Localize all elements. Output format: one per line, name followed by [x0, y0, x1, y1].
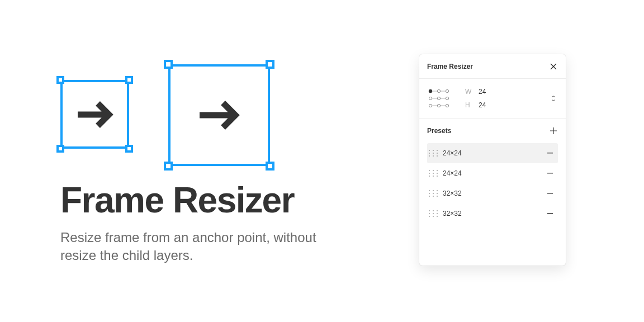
add-preset-button[interactable] — [549, 126, 558, 135]
arrow-right-icon — [74, 97, 116, 132]
panel-header: Frame Resizer — [419, 54, 566, 79]
selection-handle — [164, 60, 173, 69]
width-field[interactable]: W 24 — [465, 88, 486, 96]
svg-point-33 — [433, 190, 434, 191]
frame-illustration-large — [168, 64, 270, 166]
svg-point-24 — [437, 170, 438, 171]
anchor-point-selector[interactable] — [428, 89, 449, 108]
selection-handle — [266, 162, 274, 171]
svg-point-6 — [429, 97, 432, 100]
close-icon — [550, 63, 557, 70]
svg-point-26 — [433, 173, 434, 174]
preset-row[interactable]: 24×24 — [427, 143, 558, 163]
svg-point-47 — [437, 213, 438, 214]
svg-point-50 — [437, 216, 438, 217]
svg-point-4 — [437, 89, 440, 92]
remove-preset-button[interactable] — [546, 169, 555, 178]
preset-label: 24×24 — [443, 149, 546, 157]
width-value: 24 — [479, 88, 486, 96]
hero-subtitle: Resize frame from an anchor point, witho… — [60, 229, 351, 265]
drag-handle-icon — [428, 190, 438, 197]
minus-icon — [547, 213, 553, 214]
svg-point-23 — [433, 170, 434, 171]
selection-handle — [164, 162, 173, 171]
minus-icon — [547, 193, 553, 194]
selection-handle — [125, 145, 133, 153]
preset-label: 32×32 — [443, 190, 546, 197]
svg-point-40 — [437, 196, 438, 197]
svg-rect-31 — [547, 173, 553, 173]
svg-point-17 — [437, 153, 438, 154]
selection-handle — [56, 76, 64, 84]
selection-handle — [56, 145, 64, 153]
arrow-right-icon — [195, 95, 243, 135]
svg-point-32 — [429, 190, 430, 191]
height-label: H — [465, 101, 473, 109]
svg-rect-51 — [547, 213, 553, 214]
svg-point-25 — [429, 173, 430, 174]
link-icon — [550, 94, 557, 102]
svg-point-7 — [437, 97, 440, 100]
close-button[interactable] — [549, 62, 558, 71]
minus-icon — [547, 173, 553, 174]
svg-rect-21 — [547, 153, 553, 153]
height-field[interactable]: H 24 — [465, 101, 486, 109]
preset-row[interactable]: 32×32 — [427, 203, 558, 224]
frame-illustration-small — [60, 80, 129, 149]
svg-point-39 — [433, 196, 434, 197]
svg-point-8 — [446, 97, 448, 100]
svg-point-34 — [437, 190, 438, 191]
selection-handle — [125, 76, 133, 84]
svg-point-22 — [429, 170, 430, 171]
height-value: 24 — [479, 101, 486, 109]
svg-point-11 — [446, 104, 448, 107]
width-label: W — [465, 88, 473, 96]
svg-point-44 — [437, 210, 438, 211]
preset-row[interactable]: 24×24 — [427, 163, 558, 183]
svg-point-36 — [433, 193, 434, 194]
svg-point-42 — [429, 210, 430, 211]
size-controls: W 24 H 24 — [419, 79, 566, 119]
presets-header: Presets — [419, 119, 566, 143]
svg-point-27 — [437, 173, 438, 174]
svg-point-48 — [429, 216, 430, 217]
svg-point-3 — [429, 89, 432, 93]
svg-point-43 — [433, 210, 434, 211]
minus-icon — [547, 153, 553, 154]
remove-preset-button[interactable] — [546, 149, 555, 158]
svg-point-35 — [429, 193, 430, 194]
svg-point-14 — [437, 150, 438, 151]
hero-title: Frame Resizer — [60, 182, 294, 218]
plugin-panel: Frame Resizer — [419, 54, 566, 266]
svg-point-45 — [429, 213, 430, 214]
svg-rect-41 — [547, 193, 553, 193]
selection-handle — [266, 60, 274, 69]
svg-point-12 — [429, 150, 430, 151]
svg-point-18 — [429, 155, 430, 157]
link-dimensions-toggle[interactable] — [549, 94, 558, 103]
dimensions-block: W 24 H 24 — [465, 88, 486, 109]
preset-row[interactable]: 32×32 — [427, 183, 558, 203]
svg-point-10 — [437, 104, 440, 107]
svg-point-37 — [437, 193, 438, 194]
svg-point-9 — [429, 104, 432, 107]
drag-handle-icon — [428, 210, 438, 217]
plus-icon — [550, 127, 557, 134]
preset-label: 32×32 — [443, 210, 546, 217]
remove-preset-button[interactable] — [546, 209, 555, 218]
svg-point-38 — [429, 196, 430, 197]
svg-point-20 — [437, 155, 438, 157]
svg-point-15 — [429, 153, 430, 154]
panel-title: Frame Resizer — [427, 63, 473, 70]
svg-point-19 — [433, 155, 434, 157]
svg-point-28 — [429, 176, 430, 177]
svg-point-16 — [433, 153, 434, 154]
remove-preset-button[interactable] — [546, 189, 555, 198]
drag-handle-icon — [428, 169, 438, 177]
svg-point-46 — [433, 213, 434, 214]
svg-point-5 — [446, 89, 448, 92]
svg-point-29 — [433, 176, 434, 177]
presets-list: 24×2424×2432×3232×32 — [419, 143, 566, 228]
preset-label: 24×24 — [443, 169, 546, 177]
svg-point-30 — [437, 176, 438, 177]
